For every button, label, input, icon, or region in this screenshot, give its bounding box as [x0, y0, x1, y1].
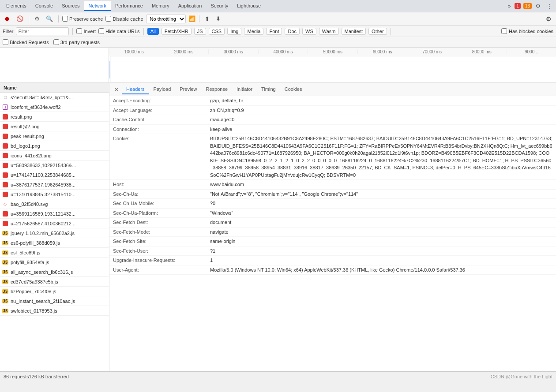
network-list-row[interactable]: u=3569116589,1931121432... — [0, 209, 109, 219]
filter-icon[interactable]: ⚙ — [33, 15, 41, 23]
throttle-select[interactable]: No throttling — [146, 15, 186, 23]
tab-security[interactable]: Security — [206, 1, 233, 11]
header-row[interactable]: Sec-Ch-Ua-Mobile: ?0 — [109, 199, 556, 209]
network-list-row[interactable]: result.png — [0, 112, 109, 122]
details-tab-response[interactable]: Response — [201, 85, 232, 94]
network-list-row[interactable]: JS all_async_search_fb6c316.js — [0, 267, 109, 277]
network-list-row[interactable]: u=3876177537,1962645938... — [0, 180, 109, 190]
filter-btn-media[interactable]: Media — [244, 28, 263, 35]
filter-btn-ws[interactable]: WS — [302, 28, 316, 35]
network-list-row[interactable]: JS bzPopper_7bc4f0e.js — [0, 287, 109, 296]
header-row[interactable]: Sec-Fetch-Dest: document — [109, 218, 556, 228]
toolbar-settings-icon[interactable]: ⚙ — [544, 15, 553, 23]
tab-application[interactable]: Application — [174, 1, 207, 11]
disable-cache-input[interactable] — [105, 16, 111, 22]
network-list-row[interactable]: JS cd37ed75a9387c5b.js — [0, 277, 109, 287]
filter-btn-font[interactable]: Font — [266, 28, 282, 35]
header-row[interactable]: Accept-Encoding: gzip, deflate, br — [109, 96, 556, 106]
filter-btn-fetch[interactable]: Fetch/XHR — [162, 28, 192, 35]
hide-data-urls-input[interactable] — [98, 28, 104, 34]
more-icon[interactable]: ⋮ — [545, 2, 554, 11]
more-tabs-icon[interactable]: » — [506, 2, 513, 11]
header-row[interactable]: Cache-Control: max-age=0 — [109, 115, 556, 125]
hide-data-urls-checkbox[interactable]: Hide data URLs — [98, 28, 140, 34]
clear-icon[interactable]: 🚫 — [15, 15, 25, 23]
header-row[interactable]: Cookie: BIDUPSID=25B146C8D44106432B91C8A… — [109, 134, 556, 180]
network-list-row[interactable]: u=1310198845,3273815410... — [0, 190, 109, 199]
header-row[interactable]: Sec-Fetch-Site: same-origin — [109, 237, 556, 246]
invert-input[interactable] — [76, 28, 82, 34]
invert-checkbox[interactable]: Invert — [76, 28, 96, 34]
tab-lighthouse[interactable]: Lighthouse — [233, 1, 265, 11]
close-details-icon[interactable]: ✕ — [111, 84, 122, 95]
network-list-row[interactable]: ◇ bao_02f5d40.svg — [0, 199, 109, 209]
header-row[interactable]: Sec-Ch-Ua-Platform: "Windows" — [109, 209, 556, 218]
network-list-row[interactable]: result@2.png — [0, 122, 109, 131]
network-list-row[interactable]: u=560938632,1029215436&... — [0, 161, 109, 170]
blocked-requests-checkbox[interactable]: Blocked Requests — [3, 39, 49, 45]
has-blocked-cookies-input[interactable] — [501, 28, 507, 34]
network-list-row[interactable]: icons_441e82f.png — [0, 151, 109, 161]
network-list-row[interactable]: JS esl_5fec89f.js — [0, 248, 109, 258]
details-tab-initiator[interactable]: Initiator — [232, 85, 257, 94]
has-blocked-cookies-checkbox[interactable]: Has blocked cookies — [501, 28, 553, 34]
row-type-icon: □ — [2, 94, 9, 101]
network-list-row[interactable]: u=2175626587,4100360212... — [0, 219, 109, 228]
preserve-cache-checkbox[interactable]: Preserve cache — [62, 16, 103, 22]
network-list-row[interactable]: peak-result.png — [0, 131, 109, 141]
download-icon[interactable]: ⬇ — [214, 15, 222, 23]
network-list-row[interactable]: JS swfobiect_0178953.js — [0, 306, 109, 316]
tab-network[interactable]: Network — [84, 1, 111, 11]
header-row[interactable]: Accept-Language: zh-CN,zh;q=0.9 — [109, 106, 556, 116]
network-list-row[interactable]: u=1741471100,2253844685... — [0, 170, 109, 180]
filter-btn-js[interactable]: JS — [194, 28, 206, 35]
third-party-input[interactable] — [53, 39, 59, 45]
blocked-requests-label: Blocked Requests — [10, 40, 49, 45]
filter-input[interactable] — [16, 27, 69, 35]
filter-btn-all[interactable]: All — [147, 28, 159, 35]
tab-memory[interactable]: Memory — [147, 1, 174, 11]
header-value: BIDUPSID=25B146C8D44106432B91C8A2498E280… — [210, 135, 552, 179]
header-row[interactable]: Sec-Fetch-Mode: navigate — [109, 228, 556, 237]
network-list-row[interactable]: □ s?ie=utf-8&f=3&rsv_bp=1&... — [0, 93, 109, 102]
filter-sep-2 — [143, 28, 144, 35]
header-row[interactable]: Sec-Ch-Ua: "Not.A/Brand";v="8", "Chromiu… — [109, 190, 556, 199]
details-tab-headers[interactable]: Headers — [122, 85, 149, 94]
row-type-icon — [2, 172, 9, 179]
network-list-row[interactable]: bd_logo1.png — [0, 141, 109, 151]
stop-recording-icon[interactable]: ⏺ — [3, 15, 12, 23]
details-tab-preview[interactable]: Preview — [175, 85, 201, 94]
filter-btn-wasm[interactable]: Wasm — [319, 28, 339, 35]
disable-cache-checkbox[interactable]: Disable cache — [105, 16, 143, 22]
filter-btn-other[interactable]: Other — [368, 28, 387, 35]
filter-btn-doc[interactable]: Doc — [285, 28, 300, 35]
upload-icon[interactable]: ⬆ — [203, 15, 211, 23]
header-row[interactable]: User-Agent: Mozilla/5.0 (Windows NT 10.0… — [109, 265, 556, 275]
network-list-row[interactable]: JS jquery-1.10.2.min_65682a2.js — [0, 228, 109, 238]
filter-btn-css[interactable]: CSS — [209, 28, 225, 35]
details-tab-timing[interactable]: Timing — [257, 85, 280, 94]
search-icon[interactable]: 🔍 — [44, 15, 55, 23]
header-row[interactable]: Connection: keep-alive — [109, 125, 556, 134]
tab-performance[interactable]: Performance — [111, 1, 147, 11]
timeline-ruler: 10000 ms 20000 ms 30000 ms 40000 ms 5000… — [109, 48, 556, 56]
network-list-row[interactable]: JS es6-polyfill_388d059.js — [0, 238, 109, 248]
network-list-row[interactable]: JS nu_instant_search_2f10aac.js — [0, 296, 109, 306]
network-list-row[interactable]: T iconfont_ef3634e.woff2 — [0, 102, 109, 112]
network-list-row[interactable]: JS polyfill_9354efa.js — [0, 258, 109, 267]
details-tab-cookies[interactable]: Cookies — [280, 85, 307, 94]
header-row[interactable]: Host: www.baidu.com — [109, 180, 556, 190]
blocked-requests-input[interactable] — [3, 39, 8, 45]
tab-console[interactable]: Console — [31, 1, 57, 11]
details-tab-payload[interactable]: Payload — [149, 85, 176, 94]
preserve-cache-input[interactable] — [62, 16, 68, 22]
header-row[interactable]: Sec-Fetch-User: ?1 — [109, 246, 556, 256]
tab-sources[interactable]: Sources — [57, 1, 84, 11]
row-filename: u=3876177537,1962645938... — [11, 182, 107, 187]
header-row[interactable]: Upgrade-Insecure-Requests: 1 — [109, 256, 556, 265]
filter-btn-manifest[interactable]: Manifest — [342, 28, 366, 35]
tab-elements[interactable]: Elements — [2, 1, 31, 11]
filter-btn-img[interactable]: Img — [227, 28, 241, 35]
settings-icon[interactable]: ⚙ — [533, 2, 543, 11]
third-party-checkbox[interactable]: 3rd-party requests — [53, 39, 100, 45]
